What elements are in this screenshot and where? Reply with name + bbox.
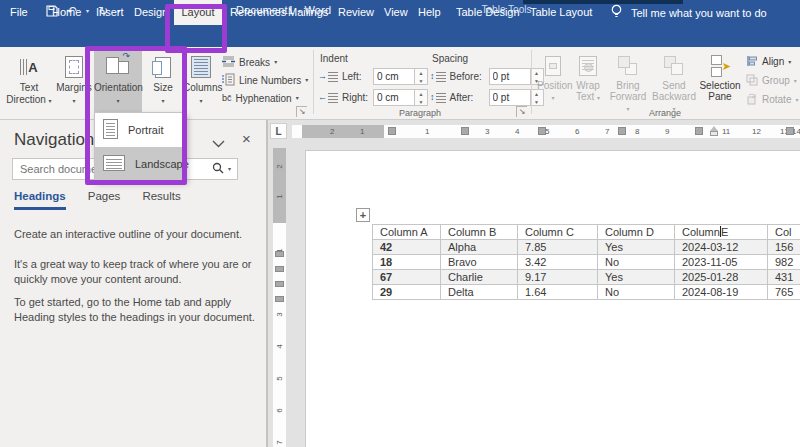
table-header-cell[interactable]: Column C: [518, 225, 598, 240]
indent-right-spinner[interactable]: ▲▼: [415, 89, 428, 106]
nav-tab-pages[interactable]: Pages: [88, 190, 121, 210]
table-cell[interactable]: 982: [768, 255, 800, 270]
nav-tab-headings[interactable]: Headings: [14, 190, 66, 210]
table-row-marker[interactable]: [275, 281, 284, 287]
margins-button[interactable]: Margins▾: [55, 50, 93, 112]
table-cell[interactable]: 42: [373, 240, 441, 255]
tab-view[interactable]: View: [384, 0, 408, 25]
tab-insert[interactable]: Insert: [96, 0, 124, 25]
table-cell[interactable]: No: [598, 285, 675, 300]
table-cell[interactable]: 7.85: [518, 240, 598, 255]
tab-table-design[interactable]: Table Design: [456, 0, 520, 25]
table-column-marker[interactable]: [695, 127, 703, 135]
search-options-caret-icon[interactable]: ▾: [228, 166, 231, 172]
table-row-marker[interactable]: [275, 251, 284, 257]
indent-left-label: Left:: [342, 71, 369, 82]
table-cell[interactable]: Alpha: [441, 240, 518, 255]
table-cell[interactable]: 18: [373, 255, 441, 270]
indent-left-input[interactable]: [373, 68, 415, 85]
table-cell[interactable]: 29: [373, 285, 441, 300]
table-cell[interactable]: Bravo: [441, 255, 518, 270]
navigation-options-chevron-icon[interactable]: [212, 134, 225, 152]
margins-label: Margins: [56, 82, 92, 93]
send-backward-button: Send Backward ▾: [652, 50, 696, 113]
tab-help[interactable]: Help: [418, 0, 441, 25]
table-cell[interactable]: Delta: [441, 285, 518, 300]
nav-tab-results[interactable]: Results: [142, 190, 180, 210]
table-cell[interactable]: Yes: [598, 240, 675, 255]
tab-file[interactable]: File: [10, 0, 28, 25]
table-cell[interactable]: 156: [768, 240, 800, 255]
tab-mailings[interactable]: Mailings: [288, 0, 328, 25]
table-cell[interactable]: 765: [768, 285, 800, 300]
horizontal-ruler[interactable]: 2 1 1 3 4 5 6 7 8 9 11 12 13 14: [292, 125, 800, 138]
table-cell[interactable]: 9.17: [518, 270, 598, 285]
table-cell[interactable]: 3.42: [518, 255, 598, 270]
indent-marker[interactable]: [710, 126, 718, 137]
table-row-marker[interactable]: [275, 296, 284, 302]
tell-me-box[interactable]: Tell me what you want to do: [610, 0, 767, 25]
align-button[interactable]: Align ▾: [746, 53, 791, 70]
table-move-handle[interactable]: +: [356, 208, 370, 222]
menu-item-portrait[interactable]: Portrait: [95, 113, 185, 147]
page-setup-dialog-launcher[interactable]: ↘: [296, 106, 307, 117]
table-header-cell[interactable]: ColumnE: [675, 225, 768, 240]
selection-pane-button[interactable]: ➤ Selection Pane: [698, 50, 742, 102]
menu-item-landscape[interactable]: Landscape: [95, 147, 185, 181]
tab-table-layout[interactable]: Table Layout: [530, 0, 592, 25]
rotate-label: Rotate: [762, 94, 791, 105]
tab-references[interactable]: References: [230, 0, 286, 25]
table-cell[interactable]: 2025-01-28: [675, 270, 768, 285]
table-row: 67 Charlie 9.17 Yes 2025-01-28 431: [373, 270, 800, 285]
navigation-help-text-2: It's a great way to keep track of where …: [14, 257, 259, 288]
table-cell[interactable]: Charlie: [441, 270, 518, 285]
vertical-ruler[interactable]: 2 1 1 2 3 4 5 6 7: [273, 148, 286, 447]
ruler-number: 11: [722, 125, 730, 138]
search-icon[interactable]: [212, 160, 224, 178]
table-header-cell[interactable]: Column B: [441, 225, 518, 240]
hyphenation-button[interactable]: bc̄ Hyphenation ▾: [222, 90, 299, 106]
table-header-cell[interactable]: Column A: [373, 225, 441, 240]
table-cell[interactable]: 2023-11-05: [675, 255, 768, 270]
table-cell[interactable]: 67: [373, 270, 441, 285]
tab-selector-button[interactable]: L: [270, 123, 287, 139]
columns-button[interactable]: Columns▾: [183, 50, 219, 112]
document-area: L 2 1 1 3 4 5 6 7 8 9 11 12 13 14: [268, 120, 800, 447]
indent-right-input[interactable]: [373, 89, 415, 106]
indent-left-icon: →: [318, 72, 338, 82]
table-cell[interactable]: 2024-08-19: [675, 285, 768, 300]
tab-layout[interactable]: Layout: [174, 0, 222, 25]
table-column-marker[interactable]: [461, 127, 469, 135]
line-numbers-button[interactable]: Line Numbers ▾: [222, 72, 308, 88]
table-column-marker[interactable]: [388, 127, 396, 135]
table-cell[interactable]: No: [598, 255, 675, 270]
table-header-cell[interactable]: Column D: [598, 225, 675, 240]
undo-caret-icon[interactable]: ▾: [86, 8, 89, 14]
breaks-button[interactable]: Breaks ▾: [222, 54, 277, 70]
tab-design[interactable]: Design: [134, 0, 168, 25]
wrap-text-caret-icon: ▾: [597, 95, 600, 101]
navigation-close-icon[interactable]: ×: [242, 131, 251, 147]
table-row-marker[interactable]: [275, 266, 284, 272]
tab-home[interactable]: Home: [52, 0, 81, 25]
indent-left-spinner[interactable]: ▲▼: [415, 68, 428, 85]
spacing-before-input[interactable]: [489, 68, 531, 85]
table-cell[interactable]: 431: [768, 270, 800, 285]
size-caret-icon: ▾: [161, 98, 164, 104]
ruler-margin-section: [302, 125, 384, 138]
orientation-button[interactable]: ↷ Orientation▾: [94, 50, 142, 112]
text-direction-button[interactable]: A Text Direction ▾: [5, 50, 53, 112]
table-cell[interactable]: 2024-03-12: [675, 240, 768, 255]
size-button[interactable]: Size▾: [144, 50, 182, 112]
table-column-marker[interactable]: [618, 127, 626, 135]
paragraph-dialog-launcher[interactable]: ↘: [516, 106, 527, 117]
table-cell[interactable]: Yes: [598, 270, 675, 285]
spacing-after-input[interactable]: [489, 89, 531, 106]
document-table: Column A Column B Column C Column D Colu…: [372, 224, 800, 300]
tab-review[interactable]: Review: [338, 0, 374, 25]
table-header-cell[interactable]: Col: [768, 225, 800, 240]
table-column-marker[interactable]: [786, 127, 794, 135]
pane-splitter[interactable]: [266, 120, 268, 447]
table-cell[interactable]: 1.64: [518, 285, 598, 300]
table-column-marker[interactable]: [538, 127, 546, 135]
